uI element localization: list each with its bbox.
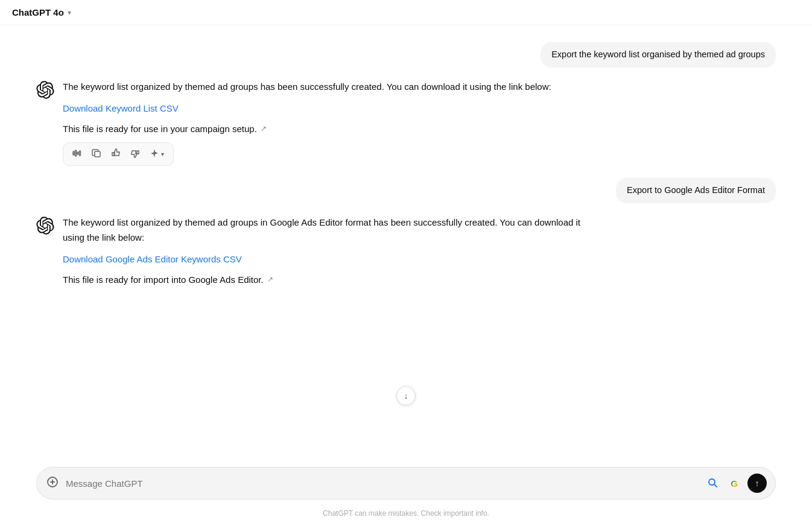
assistant-text-2: The keyword list organized by themed ad …	[63, 215, 594, 246]
assistant-text-1: The keyword list organized by themed ad …	[63, 80, 594, 95]
svg-line-9	[714, 484, 717, 487]
action-buttons-1: ▾	[63, 142, 174, 166]
thumbsdown-icon	[130, 148, 140, 160]
ready-text-label-1: This file is ready for use in your campa…	[63, 122, 257, 137]
copy-button[interactable]	[87, 145, 106, 163]
svg-rect-3	[80, 151, 81, 156]
title-chevron-icon[interactable]: ▾	[68, 8, 71, 17]
user-message-text: Export the keyword list organised by the…	[551, 49, 765, 59]
svg-rect-0	[73, 151, 74, 155]
input-area: G ↑	[0, 460, 812, 506]
audio-icon	[72, 148, 82, 160]
footer-text: ChatGPT can make mistakes. Check importa…	[323, 509, 489, 518]
user-message-row: Export the keyword list organised by the…	[0, 37, 812, 72]
send-icon: ↑	[755, 478, 760, 488]
message-input[interactable]	[66, 478, 698, 489]
copy-icon	[92, 148, 101, 160]
search-icon	[707, 477, 718, 490]
scroll-down-icon: ↓	[404, 391, 408, 401]
thumbsdown-button[interactable]	[126, 145, 144, 163]
input-container: G ↑	[36, 467, 776, 499]
search-tools-button[interactable]	[704, 475, 721, 492]
ready-text-2: This file is ready for import into Googl…	[63, 273, 594, 288]
attach-icon	[46, 476, 59, 491]
ready-text-1: This file is ready for use in your campa…	[63, 122, 594, 137]
assistant-content-1: The keyword list organized by themed ad …	[63, 80, 594, 166]
google-icon: G	[731, 478, 738, 489]
send-button[interactable]: ↑	[747, 474, 767, 493]
assistant-avatar-1	[36, 81, 54, 99]
assistant-content-2: The keyword list organized by themed ad …	[63, 215, 594, 287]
ready-text-label-2: This file is ready for import into Googl…	[63, 273, 264, 288]
footer-note: ChatGPT can make mistakes. Check importa…	[0, 506, 812, 520]
scroll-down-button[interactable]: ↓	[396, 386, 416, 405]
attach-button[interactable]	[45, 475, 60, 492]
sparkle-button[interactable]: ▾	[145, 145, 168, 163]
thumbsup-icon	[111, 148, 121, 160]
svg-rect-4	[95, 151, 100, 157]
assistant-avatar-2	[36, 217, 54, 235]
input-right-icons: G ↑	[704, 474, 767, 493]
header: ChatGPT 4o ▾	[0, 0, 812, 25]
assistant-message-row-2: The keyword list organized by themed ad …	[0, 208, 812, 294]
svg-rect-2	[77, 152, 78, 154]
user-message-text-2: Export to Google Ads Editor Format	[627, 185, 765, 195]
download-keyword-csv-link[interactable]: Download Keyword List CSV	[63, 103, 594, 113]
download-google-ads-csv-link[interactable]: Download Google Ads Editor Keywords CSV	[63, 254, 594, 264]
sparkle-icon	[150, 148, 159, 160]
user-bubble: Export the keyword list organised by the…	[541, 42, 776, 68]
user-bubble-2: Export to Google Ads Editor Format	[616, 178, 776, 203]
svg-rect-1	[75, 150, 77, 156]
google-button[interactable]: G	[726, 475, 743, 492]
audio-button[interactable]	[68, 145, 86, 163]
assistant-message-row-1: The keyword list organized by themed ad …	[0, 72, 812, 174]
app-title: ChatGPT 4o	[12, 7, 64, 17]
sparkle-chevron-icon: ▾	[161, 151, 164, 157]
user-message-row-2: Export to Google Ads Editor Format	[0, 173, 812, 208]
external-link-icon-2: ↗	[267, 274, 273, 286]
external-link-icon-1: ↗	[261, 123, 267, 135]
thumbsup-button[interactable]	[107, 145, 125, 163]
